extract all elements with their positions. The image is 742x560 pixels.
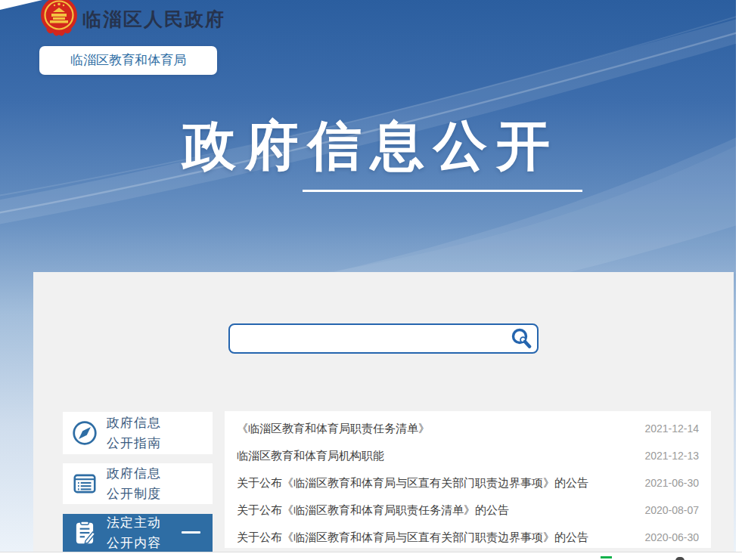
search-bar: [228, 323, 539, 354]
list-item[interactable]: 临淄区教育和体育局机构职能 2021-12-13: [225, 442, 711, 469]
sidebar-item-gov-info-rules[interactable]: 政府信息 公开制度: [63, 463, 213, 504]
site-name: 临淄区人民政府: [82, 7, 225, 32]
sidebar-label-line: 公开内容: [107, 533, 161, 553]
list-item[interactable]: 《临淄区教育和体育局职责任务清单》 2021-12-14: [225, 415, 711, 442]
list-item[interactable]: 关于公布《临淄区教育和体育局与区直有关部门职责边界事项》的公告 2021-06-…: [225, 469, 711, 497]
banner-title-underline: [303, 190, 582, 192]
sidebar-label-line: 公开指南: [107, 433, 161, 453]
compass-icon: [63, 419, 107, 447]
next-section-strip: [0, 552, 742, 560]
article-date: 2021-12-13: [644, 450, 699, 462]
page-right-gutter: [736, 0, 742, 560]
banner-decoration: [0, 0, 42, 10]
banner-title: 政府信息公开: [136, 110, 605, 182]
list-item[interactable]: 关于公布《临淄区教育和体育局职责任务清单》的公告 2020-08-07: [225, 497, 711, 524]
article-date: 2021-06-30: [644, 477, 699, 489]
list-item[interactable]: 关于公布《临淄区教育和体育局与区直有关部门职责边界事项》的公告 2020-06-…: [225, 524, 711, 548]
sidebar-item-gov-info-guide[interactable]: 政府信息 公开指南: [63, 412, 213, 454]
article-link[interactable]: 关于公布《临淄区教育和体育局职责任务清单》的公告: [237, 503, 635, 518]
article-date: 2020-06-30: [644, 531, 699, 543]
sidebar-label-line: 政府信息: [107, 413, 161, 433]
sidebar-label-line: 公开制度: [107, 484, 161, 504]
document-rules-icon: [63, 470, 107, 497]
search-button[interactable]: [508, 327, 534, 350]
partial-dark-icon: [675, 557, 685, 560]
article-link[interactable]: 关于公布《临淄区教育和体育局与区直有关部门职责边界事项》的公告: [237, 531, 635, 545]
article-link[interactable]: 《临淄区教育和体育局职责任务清单》: [237, 422, 635, 436]
partial-green-icon: [601, 556, 612, 558]
clipboard-pen-icon: [63, 519, 107, 546]
sidebar-item-statutory-disclosure[interactable]: 法定主动 公开内容: [63, 514, 213, 552]
search-icon: [510, 327, 532, 348]
article-date: 2021-12-14: [644, 422, 699, 435]
department-button[interactable]: 临淄区教育和体育局: [39, 46, 217, 75]
sidebar-label-line: 法定主动: [107, 512, 161, 533]
national-emblem-icon: [40, 0, 78, 39]
site-logo-link[interactable]: 临淄区人民政府: [40, 0, 267, 39]
page: 临淄区人民政府 临淄区教育和体育局 政府信息公开 政府信息 公开指南: [0, 0, 742, 560]
article-date: 2020-08-07: [644, 504, 699, 516]
article-link[interactable]: 关于公布《临淄区教育和体育局与区直有关部门职责边界事项》的公告: [237, 476, 635, 490]
article-link[interactable]: 临淄区教育和体育局机构职能: [237, 449, 635, 463]
sidebar-label-line: 政府信息: [107, 463, 161, 484]
search-input[interactable]: [238, 326, 502, 351]
article-list: 《临淄区教育和体育局职责任务清单》 2021-12-14 临淄区教育和体育局机构…: [225, 411, 711, 548]
minus-icon[interactable]: [182, 531, 200, 534]
